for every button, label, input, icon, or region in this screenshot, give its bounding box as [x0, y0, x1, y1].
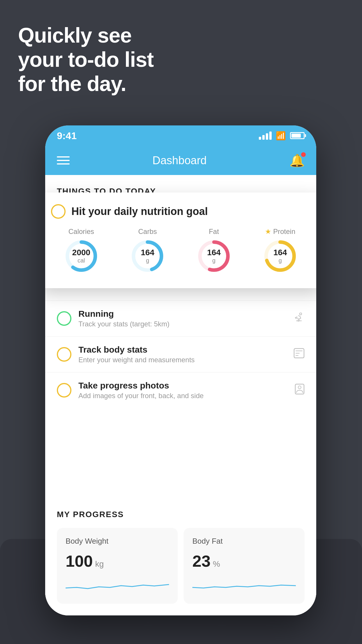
calories-unit: cal: [72, 257, 90, 264]
running-title: Running: [78, 309, 286, 319]
nutrition-fat: Fat 164 g: [196, 228, 231, 274]
carbs-label: Carbs: [138, 228, 157, 236]
todo-body-stats-text: Track body stats Enter your weight and m…: [78, 345, 287, 364]
notification-button[interactable]: 🔔: [289, 153, 305, 168]
running-icon: [293, 313, 305, 325]
hero-text: Quickly see your to-do list for the day.: [18, 23, 154, 96]
body-weight-unit: kg: [95, 559, 104, 569]
body-stats-subtitle: Enter your weight and measurements: [78, 356, 287, 364]
status-time: 9:41: [57, 130, 77, 141]
header-title: Dashboard: [152, 154, 207, 167]
scale-icon: [294, 348, 305, 361]
body-weight-card-title: Body Weight: [66, 537, 169, 546]
body-fat-unit: %: [213, 559, 220, 569]
person-icon: [295, 384, 305, 397]
fat-unit: g: [207, 257, 221, 264]
svg-point-10: [298, 386, 301, 389]
progress-photos-subtitle: Add images of your front, back, and side: [78, 392, 288, 400]
nutrition-calories: Calories 2000 cal: [64, 228, 99, 274]
app-header: Dashboard 🔔: [45, 146, 316, 175]
fat-value: 164: [207, 248, 221, 257]
nutrition-carbs: Carbs 164 g: [130, 228, 165, 274]
todo-list: Running Track your stats (target: 5km) T…: [45, 300, 316, 408]
body-fat-card[interactable]: Body Fat 23 %: [184, 528, 305, 604]
phone-content: THINGS TO DO TODAY Hit your daily nutrit…: [45, 175, 316, 615]
progress-section: MY PROGRESS Body Weight 100 kg Body Fat: [45, 498, 316, 615]
todo-running-text: Running Track your stats (target: 5km): [78, 309, 286, 328]
todo-body-stats[interactable]: Track body stats Enter your weight and m…: [45, 336, 316, 372]
nutrition-card-title: Hit your daily nutrition goal: [71, 205, 208, 218]
calories-value: 2000: [72, 248, 90, 257]
menu-button[interactable]: [57, 156, 70, 164]
progress-header: MY PROGRESS: [57, 510, 305, 519]
nutrition-check-circle[interactable]: [51, 204, 66, 219]
progress-photos-check-circle[interactable]: [57, 383, 71, 398]
signal-icon: [259, 132, 272, 140]
protein-unit: g: [273, 257, 287, 264]
progress-photos-title: Take progress photos: [78, 381, 288, 391]
running-check-circle[interactable]: [57, 311, 71, 326]
todo-progress-photos-text: Take progress photos Add images of your …: [78, 381, 288, 400]
body-fat-card-title: Body Fat: [192, 537, 296, 546]
battery-icon: [290, 132, 305, 139]
nutrition-grid: Calories 2000 cal Carbs: [51, 228, 310, 274]
fat-label: Fat: [209, 228, 219, 236]
carbs-unit: g: [141, 257, 154, 264]
status-icons: 📶: [259, 131, 305, 141]
carbs-value: 164: [141, 248, 154, 257]
body-fat-sparkline: [192, 576, 296, 594]
todo-running[interactable]: Running Track your stats (target: 5km): [45, 300, 316, 336]
body-stats-title: Track body stats: [78, 345, 287, 355]
nutrition-card[interactable]: Hit your daily nutrition goal Calories 2…: [45, 192, 316, 288]
todo-progress-photos[interactable]: Take progress photos Add images of your …: [45, 372, 316, 408]
body-weight-sparkline: [66, 576, 169, 594]
status-bar: 9:41 📶: [45, 125, 316, 146]
protein-value: 164: [273, 248, 287, 257]
calories-ring: 2000 cal: [64, 239, 99, 274]
body-weight-value: 100: [66, 552, 93, 570]
body-stats-check-circle[interactable]: [57, 347, 71, 362]
body-fat-value: 23: [192, 552, 210, 570]
nutrition-protein: ★Protein 164 g: [263, 228, 298, 274]
calories-label: Calories: [68, 228, 94, 236]
wifi-icon: 📶: [276, 131, 286, 141]
protein-ring: 164 g: [263, 239, 298, 274]
carbs-ring: 164 g: [130, 239, 165, 274]
protein-star-icon: ★: [265, 228, 271, 236]
notification-badge: [301, 152, 306, 157]
protein-label: ★Protein: [265, 228, 295, 236]
phone-frame: 9:41 📶 Dashboard 🔔 TH: [45, 125, 316, 615]
fat-ring: 164 g: [196, 239, 231, 274]
running-subtitle: Track your stats (target: 5km): [78, 320, 286, 328]
progress-cards: Body Weight 100 kg Body Fat 23 %: [57, 528, 305, 604]
body-weight-card[interactable]: Body Weight 100 kg: [57, 528, 178, 604]
